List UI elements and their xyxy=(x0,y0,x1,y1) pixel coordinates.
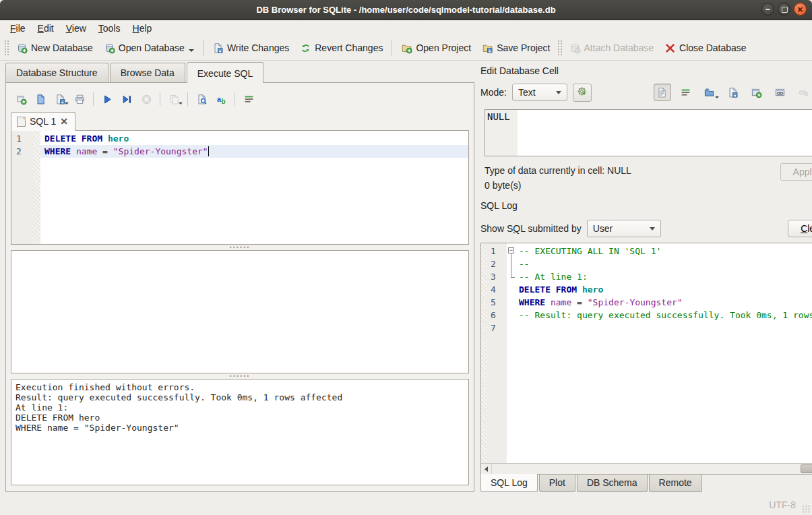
execute-all-button[interactable] xyxy=(98,90,116,108)
word-wrap-button[interactable] xyxy=(240,90,257,108)
editor-results-splitter[interactable]: •••••• xyxy=(11,245,469,250)
open-url-button[interactable] xyxy=(772,84,789,101)
save-project-icon xyxy=(482,42,493,54)
save-sql-file-button[interactable] xyxy=(51,90,69,108)
menu-help[interactable]: Help xyxy=(127,22,158,35)
main-toolbar: New Database Open DatabaseWrite ChangesR… xyxy=(0,36,812,61)
new-sql-tab-icon xyxy=(15,94,27,105)
tab-database-structure[interactable]: Database Structure xyxy=(5,63,108,82)
tab-browse-data[interactable]: Browse Data xyxy=(110,63,185,82)
toolbar-separator xyxy=(187,92,188,106)
log-code-area[interactable]: -- EXECUTING ALL IN 'SQL 1'---- At line … xyxy=(518,243,812,463)
maximize-button[interactable] xyxy=(778,3,790,16)
open-url-icon xyxy=(774,87,786,98)
save-sql-file-icon xyxy=(55,94,66,105)
revert-changes-icon xyxy=(300,42,311,54)
close-button[interactable] xyxy=(794,3,807,16)
execute-current-line-button[interactable] xyxy=(118,90,135,108)
word-wrap-button[interactable] xyxy=(677,84,695,101)
toolbar-handle[interactable] xyxy=(557,40,563,56)
toolbar-handle[interactable] xyxy=(4,40,9,56)
mode-select[interactable]: Text xyxy=(512,84,567,101)
open-database-button[interactable]: Open Database xyxy=(98,40,199,57)
import-file-icon xyxy=(704,87,715,98)
log-horizontal-scrollbar[interactable] xyxy=(481,463,812,474)
sql-tab-close-icon[interactable]: ✕ xyxy=(60,116,68,127)
print-button[interactable] xyxy=(71,90,88,108)
edit-cell-title: Edit Database Cell xyxy=(480,65,559,76)
text-document-icon xyxy=(656,87,668,98)
menu-tools[interactable]: Tools xyxy=(92,22,127,35)
sql-editor[interactable]: 12 DELETE FROM heroWHERE name = "Spider-… xyxy=(11,130,469,245)
fold-collapse-icon[interactable]: − xyxy=(507,245,518,258)
import-file-button[interactable] xyxy=(701,84,718,101)
gear-icon xyxy=(576,86,588,99)
close-database-button[interactable]: Close Database xyxy=(659,40,752,57)
scrollbar-thumb[interactable] xyxy=(801,464,812,473)
scrollbar-track[interactable] xyxy=(492,464,812,474)
dropdown-caret-icon[interactable] xyxy=(65,102,69,104)
new-database-button[interactable]: New Database xyxy=(11,40,98,57)
minimize-button[interactable] xyxy=(761,3,774,16)
new-sql-tab-button[interactable] xyxy=(12,90,30,108)
menu-view[interactable]: View xyxy=(60,22,92,35)
open-in-window-button[interactable] xyxy=(748,84,766,101)
execute-sql-panel: Database StructureBrowse DataExecute SQL… xyxy=(0,61,474,495)
auto-format-button[interactable]: ab xyxy=(212,90,230,108)
sql-tab[interactable]: SQL 1 ✕ xyxy=(11,112,75,131)
export-file-button[interactable] xyxy=(724,84,742,101)
svg-text:b: b xyxy=(221,97,225,104)
log-fold-margin[interactable]: − xyxy=(507,243,518,463)
write-changes-button[interactable]: Write Changes xyxy=(207,40,294,57)
menu-edit[interactable]: Edit xyxy=(32,22,60,35)
sql-subtab-bar: SQL 1 ✕ xyxy=(11,110,469,130)
revert-changes-button[interactable]: Revert Changes xyxy=(294,40,388,57)
auto-apply-button[interactable] xyxy=(573,84,592,102)
find-replace-button[interactable] xyxy=(193,90,210,108)
attach-database-button: Attach Database xyxy=(564,40,660,57)
log-line-7 xyxy=(519,322,812,334)
dropdown-caret-icon[interactable] xyxy=(715,96,719,98)
export-file-icon xyxy=(727,87,739,98)
titlebar: DB Browser for SQLite - /home/user/code/… xyxy=(0,0,812,20)
dropdown-caret-icon[interactable] xyxy=(189,49,194,52)
window-controls xyxy=(761,3,807,16)
execute-all-icon xyxy=(102,94,113,105)
execution-message: Execution finished without errors. Resul… xyxy=(11,379,469,485)
dock-tab-sql-log[interactable]: SQL Log xyxy=(480,474,538,492)
cell-value-editor[interactable]: NULL xyxy=(485,109,812,156)
tab-execute-sql[interactable]: Execute SQL xyxy=(187,62,264,83)
set-null-icon xyxy=(798,87,809,98)
cell-toolbar xyxy=(654,84,812,101)
dock-tab-db-schema[interactable]: DB Schema xyxy=(577,475,648,492)
menu-file[interactable]: File xyxy=(4,22,32,35)
log-fold-cell xyxy=(507,283,518,296)
text-document-button[interactable] xyxy=(654,84,671,101)
scroll-left-arrow[interactable] xyxy=(481,464,492,474)
dock-tab-remote[interactable]: Remote xyxy=(649,475,702,492)
open-project-button[interactable]: Open Project xyxy=(396,40,476,57)
editor-code-area[interactable]: DELETE FROM heroWHERE name = "Spider-You… xyxy=(40,131,468,244)
log-fold-cell xyxy=(507,296,518,309)
editor-fold-margin xyxy=(33,131,40,244)
sql-log-title: SQL Log xyxy=(480,200,518,211)
log-filter-select[interactable]: User xyxy=(587,220,661,237)
results-message-splitter[interactable]: •••••• xyxy=(11,373,469,379)
toolbar-separator xyxy=(392,40,392,56)
cell-info-row: Type of data currently in cell: NULL 0 b… xyxy=(480,156,812,195)
cell-text-area[interactable] xyxy=(518,110,812,156)
log-filter-row: Show SQL submitted by User Clear xyxy=(480,214,812,243)
results-pane[interactable] xyxy=(11,250,469,373)
log-fold-cell xyxy=(507,270,518,283)
chevron-down-icon xyxy=(556,91,561,94)
save-project-button[interactable]: Save Project xyxy=(476,40,555,57)
resize-grip[interactable] xyxy=(802,505,811,514)
main-content: Database StructureBrowse DataExecute SQL… xyxy=(0,61,812,495)
editor-line-1: DELETE FROM hero xyxy=(40,132,468,145)
main-tab-bar: Database StructureBrowse DataExecute SQL xyxy=(5,61,474,82)
open-in-window-icon xyxy=(751,87,762,98)
clear-log-button[interactable]: Clear xyxy=(788,220,812,237)
open-sql-file-button[interactable] xyxy=(32,90,49,108)
dropdown-caret-icon[interactable] xyxy=(179,102,183,104)
dock-tab-plot[interactable]: Plot xyxy=(539,475,575,492)
